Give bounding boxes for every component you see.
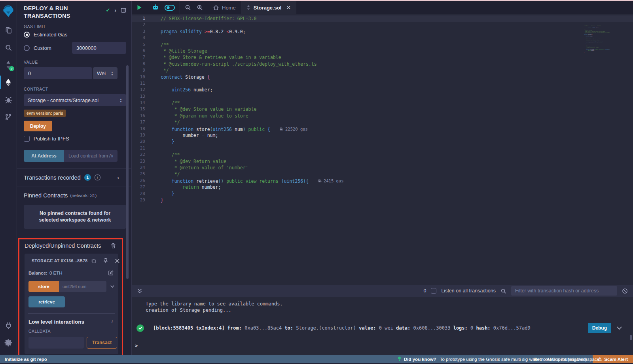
code-line[interactable]: 8 * @custom:dev-run-script ./scripts/dep… bbox=[132, 61, 633, 67]
terminal-content[interactable]: Type the library name to see available c… bbox=[132, 297, 633, 349]
code-line[interactable]: 11 bbox=[132, 80, 633, 87]
transaction-log-row[interactable]: [block:5583405 txIndex:4] from: 0xa03...… bbox=[132, 323, 633, 333]
editor-minimap[interactable]: // SPDX-License-Identifier: GPL-3.0pragm… bbox=[584, 25, 610, 53]
terminal-toolbar: 0 Listen on all transactions bbox=[132, 285, 633, 297]
tab-home[interactable]: Home bbox=[208, 1, 241, 14]
estimated-gas-radio[interactable] bbox=[24, 32, 30, 38]
code-line[interactable]: 27 return number; bbox=[132, 184, 633, 190]
code-line[interactable]: 3pragma solidity >=0.8.2 <0.9.0; bbox=[132, 28, 633, 35]
remove-instance-icon[interactable] bbox=[115, 259, 119, 263]
code-line[interactable]: 14 /** bbox=[132, 100, 633, 106]
run-script-icon[interactable] bbox=[137, 5, 142, 10]
code-line[interactable]: 4 bbox=[132, 35, 633, 41]
search-icon[interactable] bbox=[0, 39, 17, 56]
publish-ipfs-checkbox[interactable] bbox=[24, 136, 30, 142]
tx-filter-input[interactable] bbox=[511, 286, 617, 296]
transactions-count-badge: 1 bbox=[84, 174, 91, 181]
code-line[interactable]: 17 */ bbox=[132, 119, 633, 125]
value-input[interactable] bbox=[24, 67, 92, 79]
code-line[interactable]: 9 */ bbox=[132, 67, 633, 74]
debug-button[interactable]: Debug bbox=[588, 323, 611, 333]
code-line[interactable]: 25 */ bbox=[132, 171, 633, 177]
terminal-line: Type the library name to see available c… bbox=[132, 301, 633, 307]
pin-panel-icon[interactable] bbox=[121, 8, 126, 13]
terminal-search-icon[interactable] bbox=[500, 288, 506, 294]
statusbar: Initialize as git repo Did you know? To … bbox=[0, 355, 633, 363]
solidity-compiler-icon[interactable]: ✓ bbox=[0, 56, 17, 74]
code-line[interactable]: 2 bbox=[132, 22, 633, 28]
value-unit-select[interactable]: Wei ▲▼ bbox=[93, 67, 118, 79]
plugin-manager-icon[interactable] bbox=[0, 317, 17, 334]
terminal-scrollbar[interactable] bbox=[630, 335, 632, 340]
pin-contract-icon[interactable] bbox=[103, 258, 108, 264]
code-line[interactable]: 16 * @param num value to store bbox=[132, 113, 633, 119]
remix-logo[interactable] bbox=[0, 1, 17, 21]
contract-select[interactable]: Storage - contracts/Storage.sol ▲▼ bbox=[24, 94, 126, 106]
panel-check-icon: ✓ bbox=[106, 7, 110, 13]
git-icon[interactable] bbox=[0, 108, 17, 126]
expand-args-icon[interactable] bbox=[110, 285, 114, 288]
edit-balance-icon[interactable] bbox=[108, 270, 114, 275]
code-line[interactable]: 12 uint256 number; bbox=[132, 87, 633, 93]
custom-gas-input[interactable] bbox=[72, 42, 126, 54]
code-line[interactable]: 21 bbox=[132, 145, 633, 152]
code-line[interactable]: 24 * @return value of 'number' bbox=[132, 165, 633, 171]
tab-storage-sol[interactable]: Storage.sol ✕ bbox=[241, 1, 297, 14]
deploy-button[interactable]: Deploy bbox=[24, 121, 52, 131]
trash-icon[interactable] bbox=[111, 243, 116, 248]
publish-ipfs-option[interactable]: Publish to IPFS bbox=[24, 136, 126, 142]
transact-button[interactable]: Transact bbox=[87, 337, 117, 349]
code-line[interactable]: 29} bbox=[132, 197, 633, 203]
copy-address-icon[interactable] bbox=[91, 258, 96, 264]
code-editor[interactable]: 1// SPDX-License-Identifier: GPL-3.023pr… bbox=[132, 14, 633, 284]
code-line[interactable]: 20 } bbox=[132, 138, 633, 145]
code-line[interactable]: 7 * @dev Store & retrieve value in a var… bbox=[132, 54, 633, 61]
code-line[interactable]: 13 bbox=[132, 93, 633, 100]
deploy-run-icon[interactable] bbox=[0, 74, 17, 91]
clear-terminal-icon[interactable] bbox=[622, 288, 628, 294]
store-arg-input[interactable] bbox=[59, 281, 106, 292]
code-line[interactable]: 5/** bbox=[132, 42, 633, 48]
settings-icon[interactable] bbox=[0, 334, 17, 351]
ai-toggle-icon[interactable] bbox=[165, 5, 175, 11]
transactions-recorded-row[interactable]: Transactions recorded 1 i › bbox=[24, 169, 126, 186]
info-icon[interactable]: i bbox=[95, 174, 100, 180]
line-number: 24 bbox=[132, 165, 150, 171]
calldata-input[interactable] bbox=[28, 337, 84, 349]
line-number: 27 bbox=[132, 184, 150, 190]
file-explorer-icon[interactable] bbox=[0, 21, 17, 39]
code-line[interactable]: 19 number = num; bbox=[132, 132, 633, 138]
estimated-gas-option[interactable]: Estimated Gas bbox=[24, 32, 126, 38]
code-line[interactable]: 22 /** bbox=[132, 152, 633, 158]
code-line[interactable]: 18 function store(uint256 num) public {2… bbox=[132, 126, 633, 132]
expand-transactions-icon[interactable]: › bbox=[117, 175, 119, 180]
expand-terminal-icon[interactable] bbox=[137, 288, 142, 294]
code-line[interactable]: 6 * @title Storage bbox=[132, 48, 633, 54]
terminal-prompt[interactable]: > bbox=[132, 343, 633, 349]
at-address-button[interactable]: At Address bbox=[24, 150, 64, 162]
line-number: 28 bbox=[132, 191, 150, 197]
custom-gas-radio[interactable] bbox=[24, 45, 30, 51]
code-line[interactable]: 28 } bbox=[132, 191, 633, 197]
git-init-status[interactable]: Initialize as git repo bbox=[0, 357, 47, 362]
close-tab-icon[interactable]: ✕ bbox=[286, 4, 291, 11]
panel-scrollbar[interactable] bbox=[126, 65, 129, 279]
line-number: 25 bbox=[132, 171, 150, 177]
at-address-input[interactable] bbox=[64, 150, 118, 162]
store-function-button[interactable]: store bbox=[28, 281, 59, 292]
code-line[interactable]: 23 * @dev Return value bbox=[132, 158, 633, 165]
debugger-icon[interactable] bbox=[0, 91, 17, 108]
low-level-info-icon[interactable]: i bbox=[111, 318, 113, 325]
code-line[interactable]: 1// SPDX-License-Identifier: GPL-3.0 bbox=[132, 15, 633, 22]
zoom-in-icon[interactable] bbox=[197, 4, 203, 11]
activity-bar: ✓ bbox=[0, 1, 17, 355]
zoom-out-icon[interactable] bbox=[185, 4, 191, 11]
retrieve-function-button[interactable]: retrieve bbox=[28, 296, 65, 307]
expand-tx-icon[interactable] bbox=[617, 326, 622, 330]
code-line[interactable]: 26 function retrieve() public view retur… bbox=[132, 178, 633, 184]
panel-expand-icon[interactable]: › bbox=[114, 8, 116, 13]
code-line[interactable]: 15 * @dev Store value in variable bbox=[132, 106, 633, 112]
remix-ai-icon[interactable] bbox=[152, 4, 159, 11]
code-line[interactable]: 10contract Storage { bbox=[132, 74, 633, 80]
listen-all-checkbox[interactable] bbox=[431, 288, 436, 294]
